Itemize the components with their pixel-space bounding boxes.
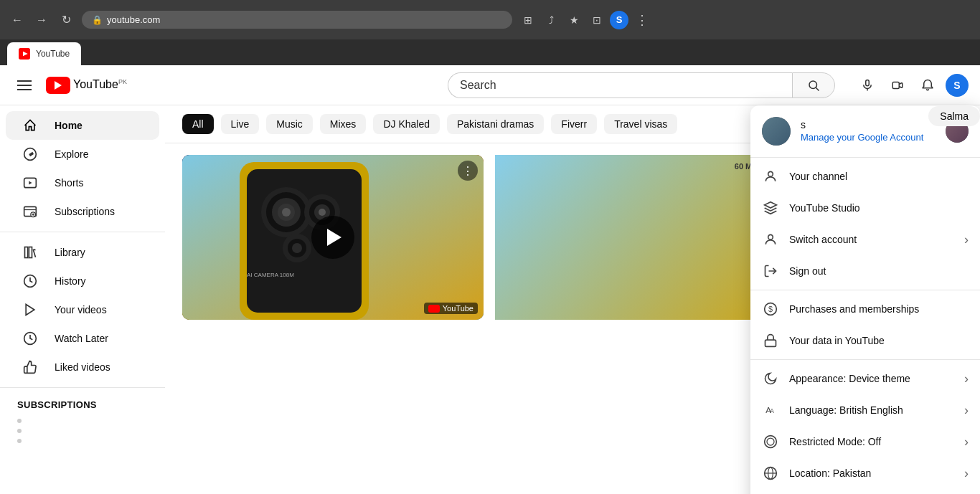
dropdown-item-language[interactable]: AA Language: British English › [750, 394, 980, 426]
salma-chip[interactable]: Salma [928, 106, 980, 126]
hamburger-icon [17, 80, 32, 90]
browser-nav-buttons: ← → ↻ [7, 10, 76, 30]
liked-videos-icon [23, 360, 37, 374]
split-button[interactable]: ⊡ [587, 10, 607, 30]
svg-rect-7 [866, 80, 870, 85]
browser-more-button[interactable]: ⋮ [631, 9, 653, 31]
notifications-button[interactable] [915, 73, 940, 98]
your-channel-label: Your channel [789, 171, 969, 182]
subscriptions-icon [23, 204, 37, 219]
your-data-label: Your data in YouTube [789, 335, 969, 346]
watch-later-icon [23, 331, 37, 346]
location-icon [762, 465, 779, 482]
youtube-watermark: YouTube [424, 303, 478, 314]
dropdown-item-purchases[interactable]: $ Purchases and memberships [750, 293, 980, 325]
browser-actions: ⊞ ⤴ ★ ⊡ S ⋮ [518, 9, 653, 31]
chip-music[interactable]: Music [266, 114, 313, 134]
yt-watermark-text: YouTube [443, 304, 473, 313]
share-button[interactable]: ⤴ [541, 10, 561, 30]
back-button[interactable]: ← [7, 10, 27, 30]
subscription-dot-2 [17, 429, 22, 433]
dropdown-item-your-channel[interactable]: Your channel [750, 161, 980, 192]
dropdown-item-location[interactable]: Location: Pakistan › [750, 457, 980, 489]
sidebar-item-watch-later-label: Watch Later [55, 333, 108, 344]
search-icon [807, 79, 820, 92]
language-label: Language: British English [789, 404, 954, 416]
bookmark-button[interactable]: ★ [564, 10, 584, 30]
video-menu-button[interactable]: ⋮ [458, 161, 478, 181]
dropdown-item-restricted[interactable]: Restricted Mode: Off › [750, 426, 980, 457]
dropdown-item-your-data[interactable]: Your data in YouTube [750, 325, 980, 356]
search-input[interactable] [448, 72, 792, 98]
tab-bar: YouTube [0, 39, 980, 65]
sidebar-item-shorts-label: Shorts [55, 177, 83, 189]
address-bar[interactable]: 🔒 youtube.com [82, 11, 512, 29]
play-button-overlay[interactable] [311, 216, 354, 259]
dropdown-item-sign-out[interactable]: Sign out [750, 255, 980, 287]
chip-live[interactable]: Live [221, 114, 260, 134]
appearance-chevron: › [964, 371, 969, 386]
chip-dj-khaled[interactable]: DJ Khaled [373, 114, 440, 134]
refresh-button[interactable]: ↻ [56, 10, 76, 30]
microphone-button[interactable] [855, 73, 880, 98]
browser-chrome: ← → ↻ 🔒 youtube.com ⊞ ⤴ ★ ⊡ S ⋮ [0, 0, 980, 39]
sidebar-item-library[interactable]: Library [6, 238, 159, 267]
create-icon [891, 79, 904, 92]
create-button[interactable] [885, 73, 910, 98]
svg-rect-13 [765, 340, 776, 346]
sidebar-divider-2 [0, 387, 165, 388]
lock-icon: 🔒 [92, 15, 103, 25]
youtube-logo[interactable]: YouTubePK [46, 77, 127, 94]
play-triangle [327, 229, 341, 246]
chip-travel-visas[interactable]: Travel visas [604, 114, 677, 134]
svg-marker-29 [29, 152, 34, 157]
svg-text:A: A [770, 407, 774, 414]
account-avatar-button[interactable]: S [946, 74, 969, 97]
search-button[interactable] [792, 72, 835, 98]
sidebar-item-subscriptions[interactable]: Subscriptions [6, 197, 159, 226]
svg-point-17 [767, 438, 774, 445]
sidebar-item-explore-label: Explore [55, 148, 88, 160]
sidebar-item-watch-later[interactable]: Watch Later [6, 324, 159, 353]
library-icon [23, 245, 37, 260]
dropdown-divider-2 [750, 290, 980, 290]
sidebar-item-your-videos[interactable]: Your videos [6, 295, 159, 324]
manage-google-account-link[interactable]: Manage your Google Account [801, 132, 923, 143]
sidebar-item-library-label: Library [55, 247, 85, 258]
sidebar-item-shorts[interactable]: Shorts [6, 168, 159, 197]
sidebar-item-home[interactable]: Home [6, 111, 159, 140]
dropdown-item-switch-account[interactable]: Switch account › [750, 224, 980, 255]
sidebar-item-explore[interactable]: Explore [6, 140, 159, 168]
sidebar-item-liked-videos[interactable]: Liked videos [6, 353, 159, 381]
sidebar-item-liked-videos-label: Liked videos [55, 361, 110, 373]
youtube-app: YouTubePK [0, 65, 980, 494]
svg-text:$: $ [768, 305, 773, 313]
explore-icon [23, 147, 37, 161]
hamburger-menu-button[interactable] [11, 75, 37, 96]
browser-profile[interactable]: S [610, 11, 628, 29]
extensions-button[interactable]: ⊞ [518, 10, 538, 30]
forward-button[interactable]: → [32, 10, 52, 30]
svg-point-5 [809, 81, 817, 89]
yt-watermark-icon [428, 305, 440, 313]
svg-point-55 [292, 243, 302, 253]
restricted-label: Restricted Mode: Off [789, 436, 954, 447]
chip-fiverr[interactable]: Fiverr [551, 114, 597, 134]
video-thumbnail[interactable]: AI CAMERA 108M YouTube ⋮ [182, 155, 484, 320]
chip-mixes[interactable]: Mixes [320, 114, 367, 134]
chip-all[interactable]: All [182, 114, 214, 134]
svg-rect-36 [25, 247, 28, 258]
dropdown-item-appearance[interactable]: Appearance: Device theme › [750, 363, 980, 394]
youtube-studio-label: YouTube Studio [789, 202, 969, 214]
chip-pakistani-dramas[interactable]: Pakistani dramas [447, 114, 544, 134]
dropdown-item-keyboard[interactable]: Keyboard shortcuts [750, 489, 980, 494]
youtube-play-triangle [55, 81, 62, 90]
sidebar-item-history[interactable]: History [6, 267, 159, 295]
dropdown-username: s [801, 119, 936, 130]
active-tab[interactable]: YouTube [7, 42, 81, 65]
dropdown-divider-1 [750, 157, 980, 158]
svg-point-9 [768, 171, 773, 176]
dropdown-item-youtube-studio[interactable]: YouTube Studio [750, 192, 980, 224]
sidebar-item-home-label: Home [55, 120, 83, 131]
your-videos-icon [23, 303, 37, 317]
